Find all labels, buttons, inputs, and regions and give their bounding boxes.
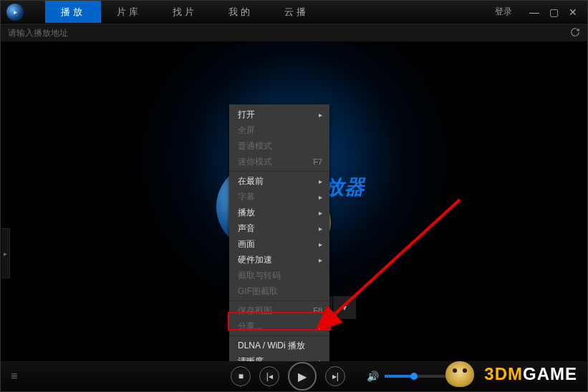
context-menu-item-label: 字幕 — [238, 191, 255, 203]
context-menu-item-label: GIF图截取 — [238, 285, 278, 298]
context-menu-separator — [229, 171, 329, 172]
context-menu-item: 字幕▸ — [229, 189, 329, 205]
context-menu-item: 分享...▸ — [229, 318, 329, 334]
context-menu-item[interactable]: 清晰度▸ — [229, 353, 329, 361]
context-menu: 打开▸全屏普通模式迷你模式F7在最前▸字幕▸播放▸声音▸画面▸硬件加速▸截取与转… — [229, 104, 329, 361]
submenu-arrow-icon: ▸ — [319, 111, 322, 119]
maximize-button[interactable]: ▢ — [549, 7, 559, 17]
submenu-arrow-icon: ▸ — [319, 240, 322, 248]
context-menu-item: 全屏 — [229, 122, 329, 138]
context-menu-item[interactable]: DLNA / WiDi 播放 — [229, 338, 329, 353]
watermark-mascot-icon — [445, 361, 474, 387]
address-bar[interactable]: 请输入播放地址 — [1, 24, 587, 42]
context-menu-item-label: 保存截图... — [238, 305, 279, 317]
context-menu-item: GIF图截取 — [229, 283, 329, 299]
context-menu-item-label: 在最前 — [238, 175, 264, 187]
title-bar: 播放 片库 找片 我的 云播 登录 — ▢ ✕ — [1, 1, 587, 24]
submenu-arrow-icon: ▸ — [319, 209, 322, 217]
context-menu-item-label: 打开 — [238, 109, 255, 121]
play-button[interactable]: ▶ — [288, 362, 317, 391]
refresh-icon[interactable] — [570, 27, 580, 39]
context-menu-item-label: 播放 — [238, 207, 255, 219]
context-menu-separator — [229, 300, 329, 301]
close-button[interactable]: ✕ — [569, 7, 577, 17]
context-menu-item-label: 迷你模式 — [238, 156, 272, 168]
context-menu-item[interactable]: 打开▸ — [229, 107, 329, 122]
submenu-arrow-icon: ▸ — [319, 256, 322, 264]
context-menu-item-label: 截取与转码 — [238, 270, 281, 282]
tab-library[interactable]: 片库 — [101, 1, 157, 23]
watermark-text: 3DMGAME — [484, 364, 577, 384]
volume-icon[interactable]: 🔊 — [367, 371, 379, 382]
context-menu-item: 普通模式 — [229, 138, 329, 154]
playlist-toggle-icon[interactable]: ≡ — [11, 370, 17, 383]
context-menu-item[interactable]: 硬件加速▸ — [229, 252, 329, 268]
context-menu-shortcut: F8 — [313, 306, 322, 315]
volume-thumb[interactable] — [410, 373, 418, 380]
context-menu-item: 迷你模式F7 — [229, 154, 329, 170]
volume-fill — [385, 375, 414, 378]
submenu-arrow-icon: ▸ — [319, 193, 322, 201]
volume-control[interactable]: 🔊 — [367, 371, 449, 382]
context-menu-item-label: 硬件加速 — [238, 254, 272, 266]
context-menu-item[interactable]: 在最前▸ — [229, 173, 329, 189]
main-tabs: 播放 片库 找片 我的 云播 — [45, 1, 324, 23]
minimize-button[interactable]: — — [529, 7, 539, 17]
context-menu-item[interactable]: 播放▸ — [229, 205, 329, 220]
context-menu-separator — [229, 335, 329, 336]
submenu-arrow-icon: ▸ — [319, 177, 322, 185]
context-menu-item[interactable]: 画面▸ — [229, 236, 329, 252]
context-menu-item-label: 分享... — [238, 320, 262, 333]
context-menu-item-label: 声音 — [238, 222, 255, 235]
app-logo — [6, 4, 24, 21]
context-menu-item-label: DLNA / WiDi 播放 — [238, 340, 305, 352]
submenu-arrow-icon: ▸ — [319, 225, 322, 232]
context-menu-item-label: 普通模式 — [238, 140, 272, 152]
context-menu-item[interactable]: 声音▸ — [229, 220, 329, 236]
context-menu-item-label: 清晰度 — [238, 356, 264, 362]
address-placeholder: 请输入播放地址 — [8, 27, 68, 39]
tab-play[interactable]: 播放 — [45, 1, 101, 23]
player-stage[interactable]: 放器 打开文件 ▾ ▸ 打开▸全屏普通模式迷你模式F7在最前▸字幕▸播放▸声音▸… — [1, 42, 587, 361]
stop-button[interactable]: ■ — [231, 366, 251, 386]
volume-slider[interactable] — [385, 375, 449, 378]
prev-button[interactable]: |◂ — [259, 366, 279, 386]
submenu-arrow-icon: ▸ — [319, 323, 322, 330]
tab-find[interactable]: 找片 — [157, 1, 213, 23]
side-expand-handle[interactable]: ▸ — [1, 228, 10, 278]
context-menu-item: 截取与转码 — [229, 268, 329, 283]
context-menu-item-label: 画面 — [238, 238, 255, 250]
context-menu-item-label: 全屏 — [238, 124, 255, 137]
context-menu-shortcut: F7 — [313, 157, 322, 166]
context-menu-item: 保存截图...F8 — [229, 303, 329, 318]
window-controls: 登录 — ▢ ✕ — [485, 6, 587, 18]
open-file-dropdown[interactable]: ▾ — [333, 296, 356, 319]
tab-mine[interactable]: 我的 — [213, 1, 269, 23]
login-link[interactable]: 登录 — [495, 6, 512, 18]
brand-text: 放器 — [324, 174, 365, 201]
next-button[interactable]: ▸| — [325, 366, 345, 386]
tab-cloud[interactable]: 云播 — [269, 1, 324, 23]
